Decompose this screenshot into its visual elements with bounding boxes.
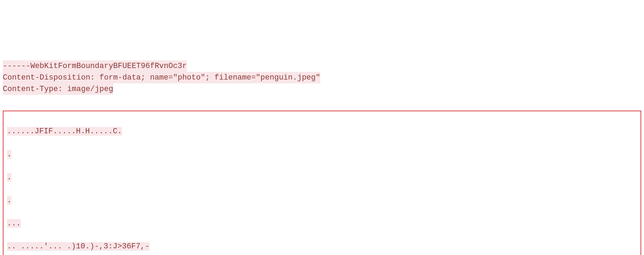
binary-data-line: ... — [7, 219, 21, 228]
content-type-line: Content-Type: image/jpeg — [3, 83, 113, 95]
binary-data-line: . — [7, 196, 12, 205]
binary-content-box: ......JFIF.....H.H.....C. . . . ... .. .… — [3, 111, 641, 255]
binary-data-line: .. .....'... .)10.)-,3:J>36F7,- — [7, 242, 150, 251]
binary-data-line: ......JFIF.....H.H.....C. — [7, 127, 122, 136]
binary-data-line: . — [7, 173, 12, 182]
content-disposition-line: Content-Disposition: form-data; name="ph… — [3, 72, 320, 83]
boundary-line: ------WebKitFormBoundaryBFUEET96fRvnOc3r — [3, 60, 187, 72]
http-multipart-header: ------WebKitFormBoundaryBFUEET96fRvnOc3r… — [3, 49, 641, 95]
binary-data-line: . — [7, 150, 12, 159]
